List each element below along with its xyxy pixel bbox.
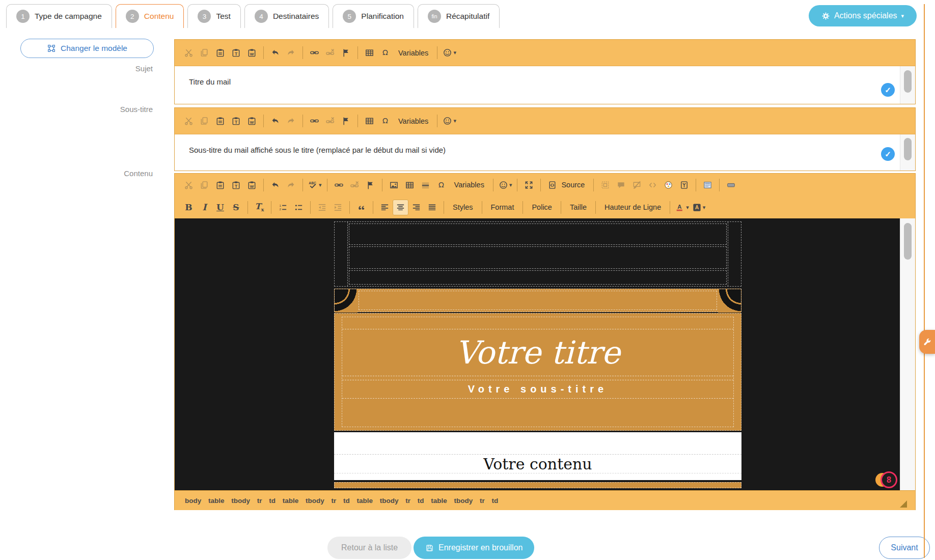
code-snippet-icon[interactable] (645, 177, 661, 193)
paste-as-text-icon[interactable] (228, 177, 244, 193)
copy-icon[interactable] (197, 45, 212, 61)
scrollbar-thumb[interactable] (904, 223, 912, 260)
emoji-smiley-icon[interactable]: ▾ (441, 113, 458, 129)
back-to-list-button[interactable]: Retour à la liste (327, 537, 411, 559)
cut-icon[interactable] (181, 177, 197, 193)
save-draft-button[interactable]: Enregistrer en brouillon (414, 537, 534, 559)
paste-as-text-icon[interactable] (228, 45, 244, 61)
template-header-row[interactable] (349, 270, 727, 285)
flag-anchor-icon[interactable] (363, 177, 378, 193)
text-color-icon[interactable]: ▾ (674, 200, 691, 215)
scrollbar-thumb[interactable] (904, 138, 912, 160)
flag-anchor-icon[interactable] (338, 45, 354, 61)
email-canvas[interactable]: Votre titre Votre sous-titre Votre conte… (175, 218, 900, 490)
link-icon[interactable] (307, 113, 322, 129)
subtitle-scrollbar[interactable] (900, 134, 915, 171)
align-justify-icon[interactable] (424, 200, 440, 215)
iframe-icon[interactable] (700, 177, 716, 193)
template-header-row[interactable] (349, 246, 727, 269)
link-icon[interactable] (307, 45, 322, 61)
variables-menu[interactable]: Variables (393, 117, 433, 125)
outdent-icon[interactable] (314, 200, 330, 215)
link-icon[interactable] (331, 177, 347, 193)
unlink-icon[interactable] (322, 113, 338, 129)
email-title-text[interactable]: Votre titre (342, 329, 733, 376)
horizontal-rule-icon[interactable] (418, 177, 433, 193)
blockquote-icon[interactable] (353, 200, 369, 215)
special-character-icon[interactable] (377, 113, 393, 129)
underline-icon[interactable]: U (212, 200, 228, 215)
source-button[interactable]: Source (560, 181, 590, 189)
resize-grip-icon[interactable] (900, 500, 907, 508)
copy-icon[interactable] (197, 177, 212, 193)
undo-icon[interactable] (267, 113, 283, 129)
template-header-row[interactable] (349, 223, 727, 245)
tab-contenu[interactable]: 2 Contenu (116, 4, 184, 28)
special-character-icon[interactable] (377, 45, 393, 61)
remove-format-icon[interactable]: Tx (252, 200, 267, 215)
tab-type-de-campagne[interactable]: 1 Type de campagne (6, 4, 112, 28)
paste-from-word-icon[interactable] (244, 113, 260, 129)
ordered-list-icon[interactable] (275, 200, 291, 215)
variables-menu[interactable]: Variables (393, 49, 433, 57)
align-center-icon[interactable] (393, 200, 408, 215)
unlink-icon[interactable] (322, 45, 338, 61)
copy-icon[interactable] (197, 113, 212, 129)
email-content-text[interactable]: Votre contenu (334, 455, 741, 473)
subtitle-input[interactable]: Sous-titre du mail affiché sous le titre… (175, 134, 900, 171)
tab-recapitulatif[interactable]: fin Récapitulatif (418, 4, 500, 28)
table-icon[interactable] (362, 45, 377, 61)
select-all-icon[interactable] (597, 177, 613, 193)
email-subtitle-text[interactable]: Votre sous-titre (342, 380, 733, 399)
size-menu[interactable]: Taille (565, 203, 592, 211)
unlink-icon[interactable] (347, 177, 363, 193)
flag-anchor-icon[interactable] (338, 113, 354, 129)
format-menu[interactable]: Format (486, 203, 519, 211)
subject-input[interactable]: Titre du mail (175, 66, 900, 104)
notification-badge[interactable]: 8 (881, 471, 897, 488)
tab-test[interactable]: 3 Test (187, 4, 240, 28)
button-field-icon[interactable] (723, 177, 739, 193)
redo-icon[interactable] (283, 113, 299, 129)
email-preview-area[interactable]: Votre titre Votre sous-titre Votre conte… (175, 218, 915, 490)
cut-icon[interactable] (181, 113, 197, 129)
source-code-icon[interactable] (544, 177, 560, 193)
table-icon[interactable] (362, 113, 377, 129)
paste-icon[interactable] (212, 177, 228, 193)
element-path-bar[interactable]: body table tbody tr td table tbody tr td… (175, 490, 915, 510)
content-block[interactable]: Votre contenu (334, 432, 741, 480)
template-header-block[interactable] (334, 221, 741, 287)
paste-from-word-icon[interactable] (244, 177, 260, 193)
scrollbar-thumb[interactable] (904, 70, 912, 93)
settings-wrench-tab[interactable] (919, 330, 935, 354)
strikethrough-icon[interactable]: S (228, 200, 244, 215)
align-right-icon[interactable] (408, 200, 424, 215)
indent-icon[interactable] (330, 200, 346, 215)
bold-icon[interactable]: B (181, 200, 197, 215)
paste-as-text-icon[interactable] (228, 113, 244, 129)
align-left-icon[interactable] (377, 200, 393, 215)
undo-icon[interactable] (267, 45, 283, 61)
comment-bubble-icon[interactable] (613, 177, 629, 193)
emoji-smiley-icon[interactable]: ▾ (441, 45, 458, 61)
variables-menu[interactable]: Variables (449, 181, 489, 189)
special-actions-button[interactable]: Actions spéciales ▾ (809, 5, 917, 26)
element-path[interactable]: body table tbody tr td table tbody tr td… (185, 497, 498, 505)
change-template-button[interactable]: Changer le modèle (20, 39, 154, 58)
tab-destinataires[interactable]: 4 Destinataires (244, 4, 329, 28)
table-icon[interactable] (402, 177, 418, 193)
hide-comments-icon[interactable] (629, 177, 645, 193)
undo-icon[interactable] (267, 177, 283, 193)
line-height-menu[interactable]: Hauteur de Ligne (599, 203, 666, 211)
tab-planification[interactable]: 5 Planification (333, 4, 414, 28)
paste-icon[interactable] (212, 45, 228, 61)
image-icon[interactable] (386, 177, 402, 193)
maximize-icon[interactable] (521, 177, 537, 193)
subject-scrollbar[interactable] (900, 66, 915, 104)
banner-top-strip[interactable] (334, 289, 741, 312)
italic-icon[interactable]: I (197, 200, 212, 215)
email-template[interactable]: Votre titre Votre sous-titre Votre conte… (334, 221, 741, 488)
cut-icon[interactable] (181, 45, 197, 61)
styles-menu[interactable]: Styles (448, 203, 478, 211)
paste-icon[interactable] (212, 113, 228, 129)
